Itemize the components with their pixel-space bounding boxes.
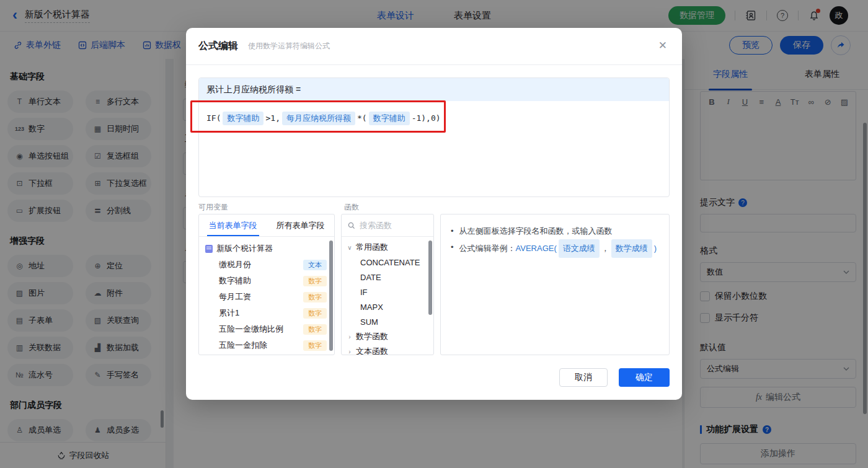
chevron-collapsed-icon: › bbox=[347, 348, 353, 355]
modal-title: 公式编辑 bbox=[198, 40, 238, 53]
field-chip[interactable]: 数字辅助 bbox=[223, 112, 264, 125]
type-badge: 数字 bbox=[303, 324, 327, 335]
active-tab-underline bbox=[207, 235, 259, 236]
chevron-expanded-icon: ∨ bbox=[347, 244, 353, 251]
function-group-math[interactable]: ›数学函数 bbox=[342, 329, 433, 344]
functions-label: 函数 bbox=[344, 202, 359, 213]
function-item[interactable]: MAPX bbox=[342, 299, 433, 314]
variable-row[interactable]: 累计1数字 bbox=[199, 305, 334, 321]
cancel-button[interactable]: 取消 bbox=[559, 368, 608, 387]
formula-help-panel: 从左侧面板选择字段名和函数，或输入函数 公式编辑举例：AVERAGE(语文成绩，… bbox=[440, 214, 670, 355]
function-item[interactable]: CONCATENATE bbox=[342, 255, 433, 270]
search-placeholder: 搜索函数 bbox=[360, 220, 392, 231]
type-badge: 数字 bbox=[303, 340, 327, 351]
help-line-2: 公式编辑举例：AVERAGE(语文成绩，数学成绩) bbox=[459, 239, 657, 258]
functions-scrollbar[interactable] bbox=[428, 241, 432, 315]
variable-row[interactable]: 五险一金缴纳比例数字 bbox=[199, 321, 334, 337]
variable-row[interactable]: 缴税月份文本 bbox=[199, 257, 334, 273]
formula-editor[interactable]: 累计上月应纳税所得额 = IF(数字辅助>1,每月应纳税所得额*(数字辅助-1)… bbox=[198, 77, 670, 197]
help-line-1: 从左侧面板选择字段名和函数，或输入函数 bbox=[459, 223, 613, 239]
formula-result-label: 累计上月应纳税所得额 = bbox=[199, 78, 669, 101]
variables-panel: 当前表单字段 所有表单字段 新版个税计算器 缴税月份文本 数字辅助数字 每月工资… bbox=[198, 214, 335, 355]
form-tree-root[interactable]: 新版个税计算器 bbox=[199, 241, 334, 257]
example-chip: 数学成绩 bbox=[611, 239, 652, 258]
function-item[interactable]: IF bbox=[342, 285, 433, 299]
type-badge: 数字 bbox=[303, 308, 327, 319]
variable-row[interactable]: 每月工资数字 bbox=[199, 289, 334, 305]
tab-current-form-fields[interactable]: 当前表单字段 bbox=[199, 214, 267, 236]
tab-all-form-fields[interactable]: 所有表单字段 bbox=[267, 214, 334, 236]
field-chip[interactable]: 每月应纳税所得额 bbox=[282, 112, 355, 125]
function-item[interactable]: DATE bbox=[342, 270, 433, 285]
variables-label: 可用变量 bbox=[198, 202, 228, 213]
function-item[interactable]: SUM bbox=[342, 314, 433, 329]
function-group-common[interactable]: ∨常用函数 bbox=[342, 240, 433, 255]
formula-expression[interactable]: IF(数字辅助>1,每月应纳税所得额*(数字辅助-1),0) bbox=[199, 101, 669, 136]
variables-scrollbar[interactable] bbox=[329, 241, 333, 351]
type-badge: 数字 bbox=[303, 292, 327, 302]
search-icon bbox=[348, 222, 355, 229]
chevron-collapsed-icon: › bbox=[347, 333, 353, 340]
confirm-button[interactable]: 确定 bbox=[619, 368, 670, 387]
example-chip: 语文成绩 bbox=[559, 239, 600, 258]
functions-panel: 搜索函数 ∨常用函数 CONCATENATE DATE IF MAPX SUM … bbox=[341, 214, 434, 355]
modal-subtitle: 使用数学运算符编辑公式 bbox=[248, 41, 330, 51]
variable-row[interactable]: 数字辅助数字 bbox=[199, 273, 334, 289]
variable-row[interactable]: 五险一金扣除数字 bbox=[199, 337, 334, 353]
formula-editor-modal: 公式编辑 使用数学运算符编辑公式 ✕ 累计上月应纳税所得额 = IF(数字辅助>… bbox=[186, 28, 682, 400]
function-group-text[interactable]: ›文本函数 bbox=[342, 344, 433, 355]
type-badge: 文本 bbox=[303, 260, 327, 270]
function-search[interactable]: 搜索函数 bbox=[342, 214, 433, 237]
close-icon[interactable]: ✕ bbox=[658, 40, 667, 51]
form-icon bbox=[205, 245, 213, 253]
type-badge: 数字 bbox=[303, 276, 327, 286]
field-chip[interactable]: 数字辅助 bbox=[369, 112, 410, 125]
